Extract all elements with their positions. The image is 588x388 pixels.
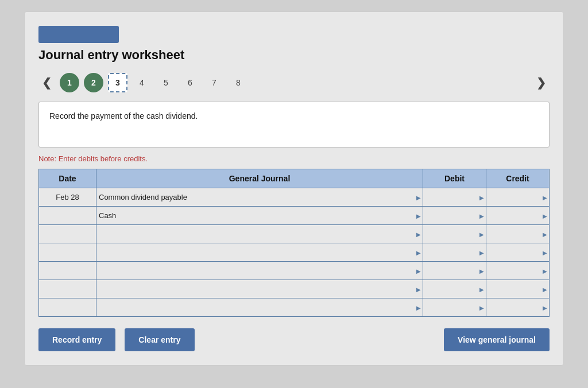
record-entry-button[interactable]: Record entry xyxy=(38,328,115,351)
debit-cell-2[interactable]: ▶ xyxy=(423,225,486,243)
journal-arrow-icon-0: ▶ xyxy=(416,194,421,200)
debit-cell-5[interactable]: ▶ xyxy=(423,280,486,298)
date-cell-3[interactable] xyxy=(39,243,96,262)
next-arrow[interactable]: ❯ xyxy=(533,73,550,92)
credit-cell-3[interactable]: ▶ xyxy=(486,243,550,262)
page-title: Journal entry worksheet xyxy=(38,48,550,63)
step-4[interactable]: 4 xyxy=(132,73,152,92)
credit-cell-4[interactable]: ▶ xyxy=(486,262,550,280)
journal-table: Date General Journal Debit Credit Feb 28… xyxy=(38,169,550,317)
debit-arrow-icon-1: ▶ xyxy=(479,212,484,219)
table-row: ▶▶▶ xyxy=(39,280,550,298)
date-cell-4[interactable] xyxy=(39,262,96,280)
button-row: Record entry Clear entry View general jo… xyxy=(38,328,550,351)
step-8[interactable]: 8 xyxy=(229,73,248,92)
table-row: ▶▶▶ xyxy=(39,262,550,280)
debit-cell-6[interactable]: ▶ xyxy=(423,298,486,317)
debit-arrow-icon-5: ▶ xyxy=(479,286,484,292)
top-bar xyxy=(38,26,119,43)
credit-arrow-icon-4: ▶ xyxy=(543,267,547,274)
credit-arrow-icon-1: ▶ xyxy=(543,212,547,219)
journal-arrow-icon-2: ▶ xyxy=(416,231,421,237)
note-text: Note: Enter debits before credits. xyxy=(38,154,550,163)
navigation-row: ❮ 1 2 3 4 5 6 7 8 ❯ xyxy=(38,73,550,92)
journal-arrow-icon-1: ▶ xyxy=(416,212,421,219)
journal-cell-0[interactable]: Common dividend payable▶ xyxy=(96,188,423,207)
credit-cell-2[interactable]: ▶ xyxy=(486,225,550,243)
table-row: ▶▶▶ xyxy=(39,225,550,243)
debit-cell-0[interactable]: ▶ xyxy=(423,188,486,207)
header-date: Date xyxy=(39,169,96,188)
debit-arrow-icon-6: ▶ xyxy=(479,304,484,311)
table-row: ▶▶▶ xyxy=(39,243,550,262)
header-debit: Debit xyxy=(423,169,486,188)
header-general-journal: General Journal xyxy=(96,169,423,188)
step-5[interactable]: 5 xyxy=(156,73,176,92)
debit-arrow-icon-3: ▶ xyxy=(479,249,484,255)
date-cell-1[interactable] xyxy=(39,207,96,225)
debit-arrow-icon-2: ▶ xyxy=(479,231,484,237)
table-row: Feb 28Common dividend payable▶▶▶ xyxy=(39,188,550,207)
step-7[interactable]: 7 xyxy=(204,73,224,92)
journal-arrow-icon-3: ▶ xyxy=(416,249,421,255)
credit-arrow-icon-6: ▶ xyxy=(543,304,547,311)
step-2[interactable]: 2 xyxy=(84,73,103,92)
credit-cell-0[interactable]: ▶ xyxy=(486,188,550,207)
journal-arrow-icon-6: ▶ xyxy=(416,304,421,311)
journal-cell-2[interactable]: ▶ xyxy=(96,225,423,243)
description-text: Record the payment of the cash dividend. xyxy=(49,111,198,121)
step-6[interactable]: 6 xyxy=(180,73,200,92)
journal-arrow-icon-5: ▶ xyxy=(416,286,421,292)
credit-cell-6[interactable]: ▶ xyxy=(486,298,550,317)
credit-arrow-icon-0: ▶ xyxy=(543,194,547,200)
prev-arrow[interactable]: ❮ xyxy=(38,73,55,92)
step-1[interactable]: 1 xyxy=(60,73,79,92)
description-box: Record the payment of the cash dividend. xyxy=(38,102,550,148)
debit-arrow-icon-4: ▶ xyxy=(479,267,484,274)
clear-entry-button[interactable]: Clear entry xyxy=(125,328,194,351)
view-general-journal-button[interactable]: View general journal xyxy=(444,328,550,351)
date-cell-0[interactable]: Feb 28 xyxy=(39,188,96,207)
debit-arrow-icon-0: ▶ xyxy=(479,194,484,200)
step-3[interactable]: 3 xyxy=(108,73,127,92)
date-cell-5[interactable] xyxy=(39,280,96,298)
debit-cell-4[interactable]: ▶ xyxy=(423,262,486,280)
main-container: Journal entry worksheet ❮ 1 2 3 4 5 6 7 … xyxy=(24,11,564,366)
credit-cell-5[interactable]: ▶ xyxy=(486,280,550,298)
journal-cell-5[interactable]: ▶ xyxy=(96,280,423,298)
debit-cell-3[interactable]: ▶ xyxy=(423,243,486,262)
header-credit: Credit xyxy=(486,169,550,188)
journal-cell-4[interactable]: ▶ xyxy=(96,262,423,280)
credit-cell-1[interactable]: ▶ xyxy=(486,207,550,225)
journal-cell-3[interactable]: ▶ xyxy=(96,243,423,262)
credit-arrow-icon-2: ▶ xyxy=(543,231,547,237)
journal-cell-6[interactable]: ▶ xyxy=(96,298,423,317)
debit-cell-1[interactable]: ▶ xyxy=(423,207,486,225)
credit-arrow-icon-5: ▶ xyxy=(543,286,547,292)
date-cell-2[interactable] xyxy=(39,225,96,243)
credit-arrow-icon-3: ▶ xyxy=(543,249,547,255)
journal-cell-1[interactable]: Cash▶ xyxy=(96,207,423,225)
table-row: ▶▶▶ xyxy=(39,298,550,317)
table-row: Cash▶▶▶ xyxy=(39,207,550,225)
date-cell-6[interactable] xyxy=(39,298,96,317)
journal-arrow-icon-4: ▶ xyxy=(416,267,421,274)
